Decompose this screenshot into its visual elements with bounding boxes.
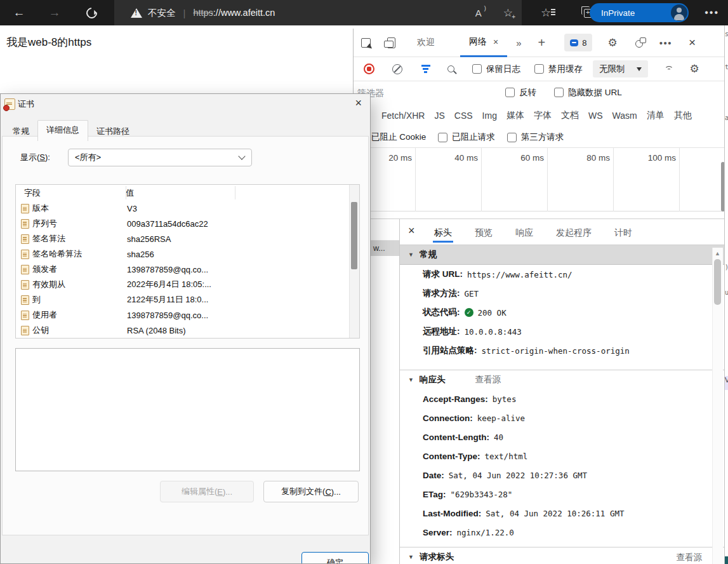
cert-field-row[interactable]: 版本V3 (16, 201, 359, 216)
record-network-icon[interactable] (364, 64, 374, 74)
fields-scrollbar-thumb[interactable] (351, 202, 357, 269)
address-bar[interactable]: 不安全 | https ://www.afeitt.cn A ☆ (114, 0, 522, 25)
devtools-more-icon[interactable]: ••• (659, 37, 672, 48)
filter-input[interactable] (356, 83, 498, 102)
devtools-panel: 欢迎 网络 × » + 8 ⚙ ••• × 保留日志 禁用缓存 无限制 (353, 29, 725, 564)
cert-field-row[interactable]: 公钥RSA (2048 Bits) (16, 323, 359, 338)
filter-type[interactable]: 文档 (561, 110, 579, 121)
inprivate-badge[interactable]: InPrivate (590, 3, 689, 22)
cert-tab-2[interactable]: 详细信息 (37, 120, 88, 141)
header-row: Content-Type:text/html (400, 446, 725, 466)
filter-type[interactable]: WS (588, 111, 603, 121)
avatar[interactable] (671, 4, 687, 21)
ok-button[interactable]: 确定 (301, 552, 369, 564)
view-source-link[interactable]: 查看源 (475, 374, 501, 386)
network-conditions-icon[interactable] (665, 66, 673, 72)
throttling-select[interactable]: 无限制 (593, 60, 648, 77)
favorites-icon[interactable]: ☆ (541, 7, 551, 18)
network-settings-icon[interactable]: ⚙ (690, 62, 699, 76)
feedback-badge[interactable]: 8 (564, 34, 592, 51)
show-dropdown[interactable]: <所有> (68, 149, 252, 166)
filter-icon[interactable] (423, 68, 428, 69)
invert-checkbox[interactable] (505, 88, 515, 97)
detail-tab-2[interactable]: 预览 (473, 222, 494, 243)
detail-tab-5[interactable]: 计时 (613, 222, 633, 243)
header-row: 引用站点策略:strict-origin-when-cross-origin (400, 341, 725, 360)
cert-field-row[interactable]: 签名哈希算法sha256 (16, 246, 359, 262)
copy-to-file-button[interactable]: 复制到文件(C)... (263, 481, 359, 502)
hide-data-url-checkbox-group[interactable]: 隐藏数据 URL (554, 87, 622, 98)
preserve-log-checkbox[interactable] (472, 64, 482, 74)
header-key: 请求 URL: (423, 269, 463, 280)
general-section-header[interactable]: ▼ 常规 (400, 245, 725, 265)
collapse-triangle-icon: ▼ (408, 554, 414, 560)
detail-scrollbar[interactable]: ▲ (712, 248, 723, 564)
filter-type[interactable]: JS (434, 111, 444, 121)
close-detail-icon[interactable]: × (408, 224, 415, 238)
refresh-icon[interactable] (80, 0, 103, 25)
filter-type[interactable]: 字体 (534, 110, 552, 121)
dialog-titlebar[interactable]: 证书 × (1, 94, 370, 113)
devtools-close-icon[interactable]: × (689, 36, 696, 50)
add-favorite-icon[interactable]: ☆ (503, 8, 513, 18)
scrollbar-thumb[interactable] (714, 259, 721, 305)
read-aloud-icon[interactable]: A (475, 8, 482, 18)
cert-field-row[interactable]: 签名算法sha256RSA (16, 231, 359, 246)
hide-data-url-checkbox[interactable] (554, 88, 564, 97)
blocked-request-checkbox-group[interactable]: 已阻止请求 (438, 131, 495, 143)
new-tab-icon[interactable]: + (538, 36, 546, 50)
third-party-checkbox-group[interactable]: 第三方请求 (507, 131, 564, 143)
third-party-checkbox[interactable] (507, 133, 517, 142)
filter-type[interactable]: 媒体 (506, 110, 524, 121)
browser-menu-icon[interactable]: ••• (705, 0, 719, 25)
filter-type[interactable]: Fetch/XHR (381, 111, 425, 121)
inspect-element-icon[interactable] (361, 38, 371, 48)
tab-network[interactable]: 网络 × (460, 29, 507, 57)
text-fragment: t (725, 64, 728, 70)
detail-tab-1[interactable]: 标头 (433, 222, 453, 243)
cert-field-row[interactable]: 有效期从2022年6月4日 18:05:... (16, 277, 359, 292)
filter-type[interactable]: CSS (454, 111, 473, 121)
tab-welcome[interactable]: 欢迎 (417, 37, 435, 48)
feedback-people-icon[interactable] (635, 40, 643, 48)
forward-icon[interactable]: → (43, 0, 66, 25)
cert-field-row[interactable]: 颁发者1398787859@qq.co... (16, 262, 359, 277)
devtools-settings-icon[interactable]: ⚙ (607, 36, 617, 50)
blocked-request-checkbox[interactable] (438, 133, 447, 142)
header-row: Content-Length:40 (400, 427, 725, 446)
more-tabs-icon[interactable]: » (516, 37, 521, 48)
preserve-log-checkbox-group[interactable]: 保留日志 (472, 64, 520, 75)
view-source-link[interactable]: 查看源 (677, 552, 703, 563)
disable-cache-checkbox[interactable] (534, 64, 544, 74)
request-headers-section-header[interactable]: ▼ 请求标头 查看源 (400, 547, 725, 564)
detail-tab-4[interactable]: 发起程序 (555, 222, 593, 243)
field-name: 有效期从 (32, 279, 127, 290)
cert-field-row[interactable]: 使用者1398787859@qq.co... (16, 307, 359, 323)
fields-scrollbar[interactable] (349, 185, 359, 338)
disable-cache-checkbox-group[interactable]: 禁用缓存 (534, 64, 583, 75)
dialog-close-icon[interactable]: × (355, 97, 362, 110)
detail-tabbar: × 标头预览响应发起程序计时 (400, 219, 725, 245)
header-row: Server:nginx/1.22.0 (400, 523, 725, 542)
cert-field-row[interactable]: 到2122年5月11日 18:0... (16, 292, 359, 307)
general-rows: 请求 URL:https://www.afeitt.cn/请求方法:GET状态代… (400, 265, 725, 360)
search-icon[interactable] (447, 65, 454, 72)
scroll-up-icon[interactable]: ▲ (715, 250, 720, 257)
cert-field-row[interactable]: 序列号009a3711a54dc6ac22 (16, 216, 359, 231)
edit-properties-button[interactable]: 编辑属性(E)... (160, 481, 254, 502)
filter-type[interactable]: Wasm (612, 111, 637, 121)
invert-checkbox-group[interactable]: 反转 (505, 87, 536, 98)
filter-type[interactable]: 其他 (674, 110, 692, 121)
filter-type[interactable]: 清单 (647, 110, 665, 121)
back-icon[interactable]: ← (8, 0, 30, 25)
device-toolbar-icon[interactable] (387, 37, 395, 48)
header-key: Content-Length: (423, 433, 489, 442)
blocked-filters-row: 已阻止 Cookie 已阻止请求 第三方请求 (354, 127, 725, 148)
detail-tab-3[interactable]: 响应 (514, 222, 534, 243)
security-label[interactable]: 不安全 (148, 7, 176, 19)
response-headers-section-header[interactable]: ▼ 响应头 查看源 (400, 370, 725, 389)
close-tab-icon[interactable]: × (493, 37, 498, 47)
not-secure-warning-icon[interactable] (131, 8, 142, 18)
clear-network-icon[interactable] (392, 64, 402, 74)
filter-type[interactable]: Img (482, 111, 497, 121)
